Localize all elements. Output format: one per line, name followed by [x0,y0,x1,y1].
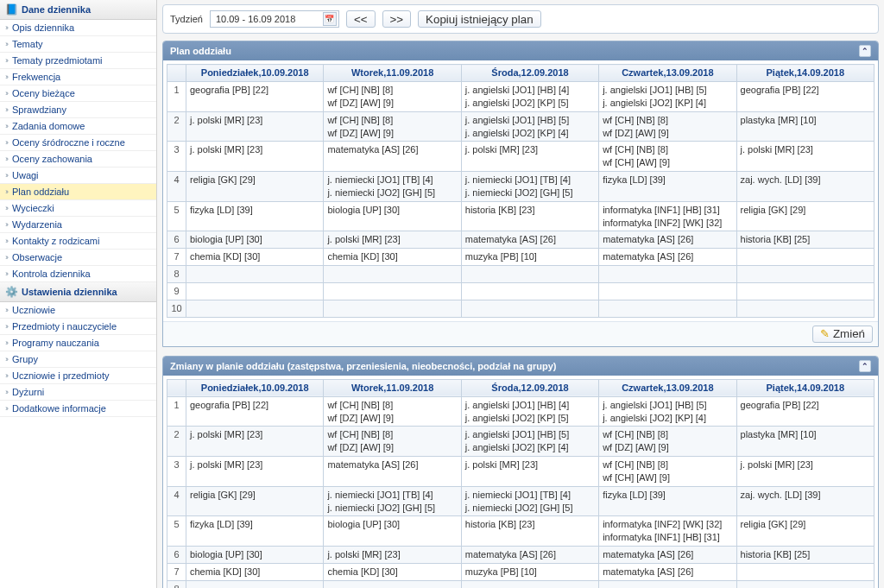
next-week-button[interactable]: >> [382,10,412,28]
copy-plan-button[interactable]: Kopiuj istniejący plan [418,10,540,28]
change-button[interactable]: ✎ Zmień [812,326,873,343]
cell[interactable]: religia [GK] [29] [186,486,324,516]
calendar-icon[interactable]: 📅 [323,12,337,26]
cell[interactable]: chemia [KD] [30] [186,563,324,580]
cell[interactable]: j. polski [MR] [23] [186,142,324,172]
cell[interactable] [324,266,461,283]
cell[interactable]: j. polski [MR] [23] [186,427,324,457]
cell[interactable]: wf [CH] [NB] [8]wf [DZ] [AW] [9] [324,111,461,142]
cell[interactable]: plastyka [MR] [10] [736,111,874,142]
cell[interactable]: geografia [PB] [22] [186,396,324,427]
sidebar-item-wycieczki[interactable]: ››Wycieczki [0,200,156,217]
cell[interactable]: fizyka [LD] [39] [599,172,736,202]
cell[interactable]: j. angielski [JO1] [HB] [5]j. angielski … [599,82,736,112]
sidebar-item-grupy[interactable]: ››Grupy [0,351,156,368]
cell[interactable] [736,249,874,266]
cell[interactable] [736,266,874,283]
cell[interactable] [324,300,461,317]
cell[interactable]: muzyka [PB] [10] [461,563,598,580]
cell[interactable]: matematyka [AS] [26] [599,563,736,580]
cell[interactable]: religia [GK] [29] [736,201,874,231]
cell[interactable] [736,300,874,317]
cell[interactable]: j. niemiecki [JO1] [TB] [4]j. niemiecki … [461,486,598,516]
cell[interactable] [324,580,461,588]
sidebar-item-przedmioty-i-nauczyciele[interactable]: ››Przedmioty i nauczyciele [0,319,156,335]
cell[interactable]: chemia [KD] [30] [324,249,461,266]
cell[interactable]: j. polski [MR] [23] [736,457,874,487]
cell[interactable]: j. niemiecki [JO1] [TB] [4]j. niemiecki … [324,486,461,516]
cell[interactable]: biologia [UP] [30] [186,547,324,564]
sidebar-item-uwagi[interactable]: ››Uwagi [0,168,156,184]
cell[interactable]: matematyka [AS] [26] [599,547,736,564]
collapse-icon[interactable]: ⌃ [859,45,871,57]
cell[interactable]: wf [CH] [NB] [8]wf [CH] [AW] [9] [599,142,736,172]
sidebar-item-tematy[interactable]: ››Tematy [0,36,156,53]
sidebar-item-sprawdziany[interactable]: ››Sprawdziany [0,102,156,118]
cell[interactable] [736,580,874,588]
cell[interactable]: matematyka [AS] [26] [324,457,461,487]
sidebar-item-dodatkowe-informacje[interactable]: ››Dodatkowe informacje [0,401,156,417]
sidebar-item-frekwencja[interactable]: ››Frekwencja [0,69,156,85]
cell[interactable]: wf [CH] [NB] [8]wf [DZ] [AW] [9] [599,111,736,142]
cell[interactable]: fizyka [LD] [39] [599,486,736,516]
cell[interactable]: wf [CH] [NB] [8]wf [DZ] [AW] [9] [324,82,461,112]
cell[interactable]: j. niemiecki [JO1] [TB] [4]j. niemiecki … [324,172,461,202]
cell[interactable]: j. polski [MR] [23] [186,111,324,142]
sidebar-item-kontrola-dziennika[interactable]: ››Kontrola dziennika [0,266,156,282]
cell[interactable] [186,282,324,300]
cell[interactable]: zaj. wych. [LD] [39] [736,172,874,202]
cell[interactable]: j. polski [MR] [23] [324,547,461,564]
cell[interactable]: j. polski [MR] [23] [736,142,874,172]
sidebar-item-oceny-zachowania[interactable]: ››Oceny zachowania [0,151,156,168]
sidebar-item-uczniowie[interactable]: ››Uczniowie [0,302,156,319]
cell[interactable]: fizyka [LD] [39] [186,516,324,547]
sidebar-item-oceny-bieżące[interactable]: ››Oceny bieżące [0,85,156,102]
cell[interactable]: j. polski [MR] [23] [324,231,461,249]
cell[interactable]: biologia [UP] [30] [186,231,324,249]
sidebar-item-opis-dziennika[interactable]: ››Opis dziennika [0,20,156,36]
cell[interactable]: matematyka [AS] [26] [461,231,598,249]
cell[interactable]: zaj. wych. [LD] [39] [736,486,874,516]
cell[interactable]: historia [KB] [23] [461,516,598,547]
cell[interactable]: plastyka [MR] [10] [736,427,874,457]
cell[interactable]: informatyka [INF1] [HB] [31]informatyka … [599,201,736,231]
cell[interactable] [736,563,874,580]
cell[interactable] [186,300,324,317]
sidebar-item-oceny-śródroczne-i-roczne[interactable]: ››Oceny śródroczne i roczne [0,135,156,151]
sidebar-item-programy-nauczania[interactable]: ››Programy nauczania [0,335,156,351]
cell[interactable]: j. niemiecki [JO1] [TB] [4]j. niemiecki … [461,172,598,202]
cell[interactable]: informatyka [INF2] [WK] [32]informatyka … [599,516,736,547]
prev-week-button[interactable]: << [346,10,376,28]
cell[interactable]: matematyka [AS] [26] [599,231,736,249]
cell[interactable]: matematyka [AS] [26] [461,547,598,564]
week-input[interactable]: 10.09 - 16.09 2018 📅 [210,10,339,28]
collapse-icon[interactable]: ⌃ [859,360,871,372]
cell[interactable]: matematyka [AS] [26] [324,142,461,172]
sidebar-item-dyżurni[interactable]: ››Dyżurni [0,384,156,401]
cell[interactable] [461,266,598,283]
cell[interactable]: biologia [UP] [30] [324,201,461,231]
cell[interactable]: muzyka [PB] [10] [461,249,598,266]
cell[interactable]: geografia [PB] [22] [186,82,324,112]
cell[interactable]: geografia [PB] [22] [736,82,874,112]
sidebar-item-kontakty-z-rodzicami[interactable]: ››Kontakty z rodzicami [0,233,156,250]
cell[interactable] [461,300,598,317]
cell[interactable] [599,300,736,317]
cell[interactable]: matematyka [AS] [26] [599,249,736,266]
cell[interactable] [461,580,598,588]
cell[interactable]: j. polski [MR] [23] [186,457,324,487]
cell[interactable]: chemia [KD] [30] [186,249,324,266]
cell[interactable]: j. angielski [JO1] [HB] [5]j. angielski … [599,396,736,427]
cell[interactable]: biologia [UP] [30] [324,516,461,547]
cell[interactable]: j. polski [MR] [23] [461,457,598,487]
cell[interactable]: historia [KB] [23] [461,201,598,231]
cell[interactable]: wf [CH] [NB] [8]wf [CH] [AW] [9] [599,457,736,487]
sidebar-item-plan-oddziału[interactable]: ››Plan oddziału [0,184,156,200]
cell[interactable]: j. angielski [JO1] [HB] [5]j. angielski … [461,111,598,142]
cell[interactable] [461,282,598,300]
sidebar-item-wydarzenia[interactable]: ››Wydarzenia [0,217,156,233]
cell[interactable]: j. angielski [JO1] [HB] [4]j. angielski … [461,82,598,112]
cell[interactable]: j. polski [MR] [23] [461,142,598,172]
cell[interactable]: religia [GK] [29] [736,516,874,547]
cell[interactable]: wf [CH] [NB] [8]wf [DZ] [AW] [9] [324,427,461,457]
